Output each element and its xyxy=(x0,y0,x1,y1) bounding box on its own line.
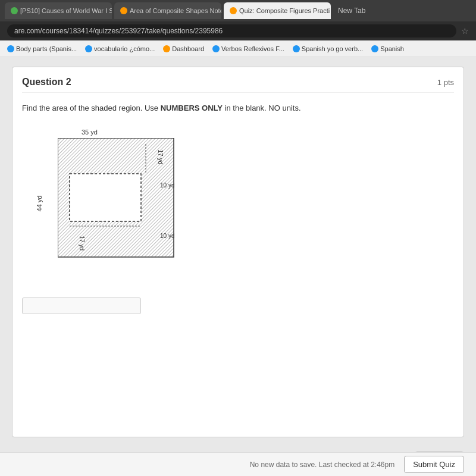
question-header: Question 2 1 pts xyxy=(22,77,454,93)
address-bar: ☆ xyxy=(0,21,476,40)
tab-quiz-active[interactable]: Quiz: Composite Figures Practi × xyxy=(224,2,331,19)
tab-ps10[interactable]: [PS10] Causes of World War I S × xyxy=(5,2,112,19)
browser-tabs: [PS10] Causes of World War I S × Area of… xyxy=(0,0,476,21)
tab-new[interactable]: New Tab xyxy=(333,7,370,15)
tab-icon-ps10 xyxy=(11,7,18,14)
bookmark-icon-5 xyxy=(293,45,300,52)
dim-label-inner-right-top: 17 yd xyxy=(157,149,164,164)
bookmark-icon-4 xyxy=(212,45,220,52)
submit-quiz-button[interactable]: Submit Quiz xyxy=(404,456,464,473)
dim-label-inner-right: 10 yd xyxy=(160,182,174,189)
diagram-area: 35 yd 44 yd xyxy=(28,123,454,283)
dim-label-left: 44 yd xyxy=(36,195,43,211)
address-input[interactable] xyxy=(7,24,456,37)
bookmark-star-icon[interactable]: ☆ xyxy=(461,26,469,36)
dim-label-inner-bottom-right: 10 yd xyxy=(160,233,174,239)
bookmark-vocabulario[interactable]: vocabulario ¿cómo... xyxy=(83,44,157,54)
bookmark-icon-3 xyxy=(163,45,170,52)
page-content: Question 2 1 pts Find the area of the sh… xyxy=(0,57,476,476)
quiz-card: Question 2 1 pts Find the area of the sh… xyxy=(12,67,464,437)
bookmark-dashboard[interactable]: Dashboard xyxy=(161,44,206,54)
dim-label-inner-bottom-left: 17 yd xyxy=(79,236,85,250)
footer-status: No new data to save. Last checked at 2:4… xyxy=(250,461,394,469)
dim-label-top: 35 yd xyxy=(82,129,98,136)
tab-icon-quiz xyxy=(230,7,237,14)
svg-rect-2 xyxy=(70,174,141,221)
bookmark-body-parts[interactable]: Body parts (Spanis... xyxy=(5,44,79,54)
tab-composite-notes[interactable]: Area of Composite Shapes Note × xyxy=(114,2,221,19)
answer-input[interactable] xyxy=(22,298,141,314)
quiz-footer: No new data to save. Last checked at 2:4… xyxy=(0,452,476,476)
question-title: Question 2 xyxy=(22,77,71,87)
question-points: 1 pts xyxy=(437,78,454,87)
tab-icon-notes xyxy=(120,7,127,14)
bookmark-icon-1 xyxy=(7,45,14,52)
bookmark-spanish-yo[interactable]: Spanish yo go verb... xyxy=(290,44,365,54)
bookmarks-bar: Body parts (Spanis... vocabulario ¿cómo.… xyxy=(0,40,476,57)
bookmark-verbos[interactable]: Verbos Reflexivos F... xyxy=(210,44,287,54)
bookmark-spanish[interactable]: Spanish xyxy=(369,44,406,54)
bookmark-icon-6 xyxy=(371,45,378,52)
bookmark-icon-2 xyxy=(85,45,92,52)
question-text: Find the area of the shaded region. Use … xyxy=(22,102,454,114)
